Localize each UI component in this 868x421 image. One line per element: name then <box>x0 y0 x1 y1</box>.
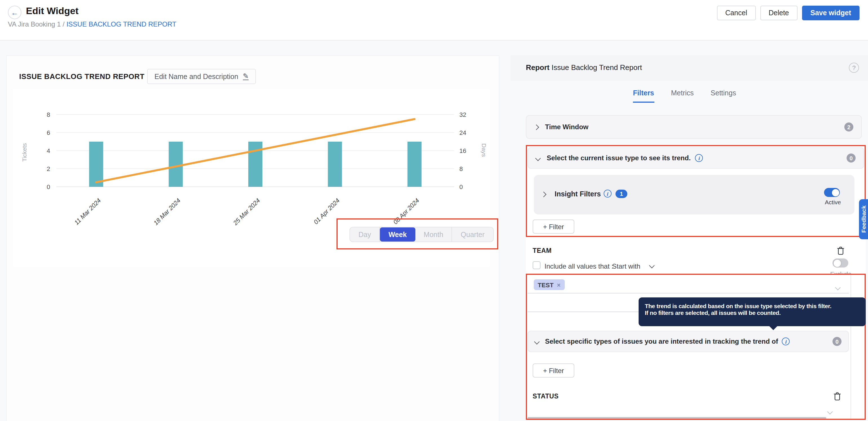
insight-filters-toggle[interactable] <box>824 188 840 197</box>
period-option-quarter[interactable]: Quarter <box>452 227 493 242</box>
tab-metrics[interactable]: Metrics <box>671 89 694 103</box>
add-filter-button-2[interactable]: + Filter <box>533 363 575 377</box>
period-toggle: DayWeekMonthQuarter <box>349 227 494 242</box>
period-option-week[interactable]: Week <box>380 227 415 242</box>
breadcrumb: VA Jira Booking 1 / ISSUE BACKLOG TREND … <box>8 20 177 28</box>
category-label: 11 Mar 2024 <box>73 197 102 226</box>
issue-type-label: Select the current issue type to see its… <box>547 154 691 162</box>
filter-tooltip: The trend is calculated based on the iss… <box>639 298 866 326</box>
breadcrumb-current-link[interactable]: ISSUE BACKLOG TREND REPORT <box>66 20 177 28</box>
panel-title-prefix: Report <box>526 63 550 72</box>
tab-filters[interactable]: Filters <box>633 89 654 103</box>
header-actions: Cancel Delete Save widget <box>717 6 860 20</box>
tooltip-line-1: The trend is calculated based on the iss… <box>645 303 860 309</box>
tooltip-arrow <box>769 326 778 330</box>
time-window-label: Time Window <box>545 123 588 131</box>
edit-name-description-button[interactable]: Edit Name and Description ✎ <box>147 69 256 84</box>
left-axis-title: Tickets <box>21 143 28 162</box>
left-axis-tick: 8 <box>47 111 50 118</box>
delete-button[interactable]: Delete <box>760 6 797 20</box>
right-axis-tick: 0 <box>459 184 463 191</box>
info-icon[interactable]: i <box>782 337 790 345</box>
chevron-down-icon <box>534 339 540 344</box>
widget-title: ISSUE BACKLOG TREND REPORT <box>19 72 145 81</box>
add-filter-button[interactable]: + Filter <box>533 220 575 234</box>
bar-01 Apr 2024 <box>328 142 342 187</box>
operator-dropdown[interactable]: Start with <box>612 262 654 270</box>
bar-11 Mar 2024 <box>89 142 103 187</box>
remove-tag-icon[interactable]: × <box>557 281 561 288</box>
include-all-checkbox[interactable] <box>533 261 540 269</box>
pencil-icon: ✎ <box>243 73 249 80</box>
chevron-right-icon <box>533 124 539 130</box>
include-all-label: Include all values that : <box>545 262 613 270</box>
category-label: 01 Apr 2024 <box>312 197 341 226</box>
bar-18 Mar 2024 <box>169 142 183 187</box>
insight-toggle-state-label: Active <box>825 199 841 205</box>
horizontal-scrollbar[interactable] <box>528 417 826 419</box>
left-axis-tick: 0 <box>47 184 50 191</box>
chevron-right-icon <box>541 192 547 197</box>
insight-filters-card[interactable]: Insight Filters i 1 Active <box>534 175 855 215</box>
page-title: Edit Widget <box>26 6 79 17</box>
info-icon[interactable]: i <box>603 190 612 198</box>
right-axis-tick: 24 <box>459 129 466 136</box>
panel-tabs: FiltersMetricsSettings <box>633 89 736 103</box>
chevron-down-icon <box>649 263 655 268</box>
left-axis-tick: 6 <box>47 129 50 136</box>
edit-name-label: Edit Name and Description <box>154 73 238 80</box>
time-window-badge: 2 <box>844 122 854 132</box>
edit-widget-page: ← Edit Widget VA Jira Booking 1 / ISSUE … <box>0 0 868 421</box>
category-label: 08 Apr 2024 <box>392 197 421 226</box>
tab-settings[interactable]: Settings <box>711 89 736 103</box>
team-field-label: TEAM <box>533 247 552 254</box>
left-axis-tick: 2 <box>47 165 50 172</box>
status-field-label: STATUS <box>533 393 559 399</box>
info-icon[interactable]: i <box>695 154 703 162</box>
exclude-toggle[interactable] <box>833 258 848 268</box>
category-label: 25 Mar 2024 <box>231 197 261 227</box>
tooltip-line-2: If no filters are selected, all issues w… <box>645 309 860 316</box>
chevron-down-icon <box>535 155 541 161</box>
left-axis-tick: 4 <box>47 147 50 155</box>
team-input-underline <box>528 293 849 293</box>
back-arrow-icon: ← <box>11 8 18 17</box>
cancel-button[interactable]: Cancel <box>717 6 755 20</box>
tag-label: TEST <box>538 281 554 288</box>
insight-filters-count-badge: 1 <box>616 190 627 198</box>
section-issue-type[interactable]: Select the current issue type to see its… <box>528 147 864 169</box>
right-axis-tick: 8 <box>459 165 463 172</box>
panel-title: Report Issue Backlog Trend Report <box>526 63 642 72</box>
delete-team-filter-icon[interactable] <box>836 246 845 256</box>
delete-status-filter-icon[interactable] <box>833 392 841 401</box>
issue-type-badge: 0 <box>846 153 856 163</box>
feedback-tab[interactable]: Feedback <box>859 199 868 239</box>
right-axis-tick: 16 <box>459 147 466 155</box>
right-axis-tick: 32 <box>459 111 466 118</box>
help-icon[interactable]: ? <box>849 63 859 73</box>
bar-08 Apr 2024 <box>407 142 422 187</box>
breadcrumb-parent: VA Jira Booking 1 / <box>8 20 66 28</box>
right-axis-title: Days <box>481 143 487 157</box>
team-value-tag[interactable]: TEST × <box>534 279 564 290</box>
category-label: 18 Mar 2024 <box>152 197 182 227</box>
save-widget-button[interactable]: Save widget <box>802 6 860 20</box>
period-option-month[interactable]: Month <box>415 227 452 242</box>
period-option-day[interactable]: Day <box>350 227 380 242</box>
insight-filters-label: Insight Filters <box>555 190 601 198</box>
back-button[interactable]: ← <box>8 6 22 19</box>
panel-title-text: Issue Backlog Trend Report <box>552 63 642 72</box>
section-time-window[interactable]: Time Window 2 <box>526 115 862 139</box>
specific-types-label: Select specific types of issues you are … <box>545 337 778 345</box>
section-specific-types[interactable]: Select specific types of issues you are … <box>528 331 849 352</box>
bar-25 Mar 2024 <box>248 142 262 187</box>
specific-types-badge: 0 <box>833 337 841 346</box>
